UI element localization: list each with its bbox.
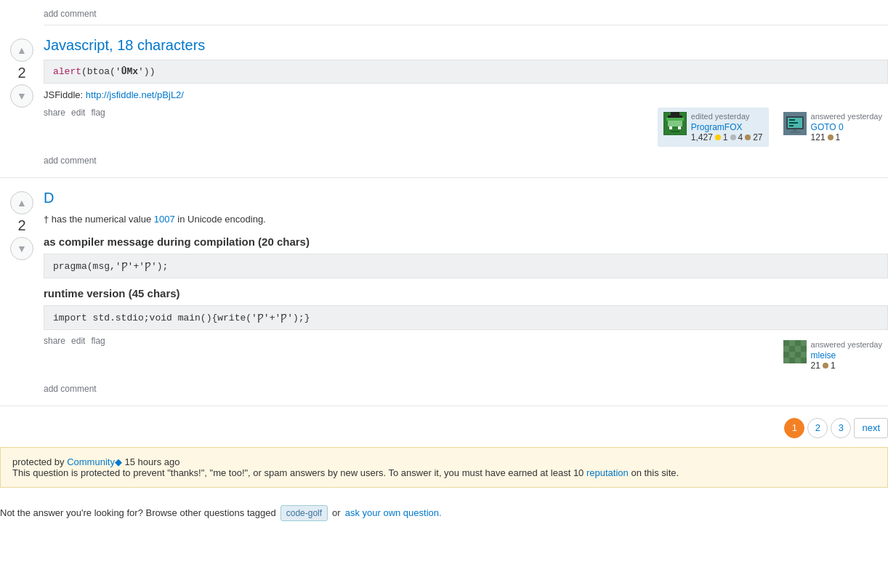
svg-rect-23	[783, 352, 789, 358]
edit-link-2[interactable]: edit	[71, 336, 85, 346]
editor-info-1: edited yesterday ProgramFOX 1,427 1 4 27	[691, 112, 763, 142]
answerer-name-2[interactable]: mleise	[811, 350, 882, 361]
svg-rect-15	[789, 119, 795, 121]
answerer-rep-1: 121 1	[811, 132, 882, 142]
add-comment-link-2[interactable]: add comment	[44, 384, 97, 394]
code-block-2b: import std.stdio;void main(){write('Ƿ'+'…	[44, 305, 888, 330]
svg-rect-26	[801, 358, 807, 363]
svg-rect-20	[795, 340, 801, 346]
editor-action-1: edited yesterday	[691, 112, 763, 121]
protected-time: 15 hours ago	[125, 456, 180, 467]
page-btn-1[interactable]: 1	[784, 418, 804, 438]
bronze-badge-answerer-2	[823, 363, 828, 368]
editor-name-1[interactable]: ProgramFOX	[691, 122, 763, 132]
svg-rect-3	[668, 121, 682, 126]
svg-rect-22	[801, 346, 807, 352]
answerer-avatar-2	[783, 340, 807, 363]
answerer-card-1: answered yesterday GOTO 0 121 1	[778, 108, 888, 147]
bronze-badge-editor	[745, 134, 751, 140]
answerer-rep-2: 21 1	[811, 361, 882, 371]
svg-rect-6	[671, 131, 679, 132]
answer-title-2: D	[44, 190, 888, 206]
vote-count-1: 2	[17, 65, 25, 81]
answer-javascript: ▲ 2 ▼ Javascript, 18 characters alert(bt…	[0, 25, 888, 178]
downvote-button-1[interactable]: ▼	[10, 84, 33, 108]
answer-d: ▲ 2 ▼ D † has the numerical value 1007 i…	[0, 178, 888, 406]
downvote-button-2[interactable]: ▼	[10, 237, 33, 260]
action-row-2: share edit flag	[44, 336, 888, 375]
answerer-card-2: answered yesterday mleise 21 1	[778, 336, 888, 375]
svg-rect-21	[789, 346, 795, 352]
reputation-link[interactable]: reputation	[586, 467, 629, 478]
svg-rect-5	[678, 126, 681, 129]
svg-rect-25	[789, 358, 795, 363]
user-cards-2: answered yesterday mleise 21 1	[778, 336, 888, 375]
edit-link-1[interactable]: edit	[71, 108, 85, 118]
svg-rect-9	[668, 116, 682, 118]
protected-desc-end: on this site.	[631, 467, 679, 478]
silver-badge-editor	[730, 134, 736, 140]
answerer-info-2: answered yesterday mleise 21 1	[811, 340, 882, 371]
share-link-1[interactable]: share	[44, 108, 65, 118]
answer-content-2: D † has the numerical value 1007 in Unic…	[44, 190, 888, 394]
bronze-badge-answerer-1	[828, 134, 833, 140]
editor-rep-1: 1,427 1 4 27	[691, 132, 763, 142]
svg-rect-19	[783, 340, 789, 346]
code-golf-tag[interactable]: code-golf	[280, 505, 328, 521]
page-wrapper: add comment ▲ 2 ▼ Javascript, 18 charact…	[0, 0, 888, 530]
pagination-row: 1 2 3 next	[0, 406, 888, 447]
svg-rect-14	[790, 132, 800, 133]
protected-description: This question is protected to prevent "t…	[12, 467, 584, 478]
add-comment-top-link[interactable]: add comment	[44, 9, 97, 19]
vote-column-1: ▲ 2 ▼	[0, 37, 44, 166]
answerer-avatar-1	[783, 112, 807, 135]
add-comment-link-1[interactable]: add comment	[44, 156, 97, 166]
user-cards-1: edited yesterday ProgramFOX 1,427 1 4 27	[658, 108, 888, 147]
svg-rect-13	[793, 129, 797, 132]
code-block-2a: pragma(msg,'Ƿ'+'Ƿ');	[44, 254, 888, 278]
diamond-icon: ◆	[115, 456, 122, 467]
code-block-1: alert(btoa('ÛMx'))	[44, 60, 888, 84]
answer-title-1: Javascript, 18 characters	[44, 37, 888, 54]
answerer-info-1: answered yesterday GOTO 0 121 1	[811, 112, 882, 142]
jsfiddle-link[interactable]: http://jsfiddle.net/pBjL2/	[86, 89, 184, 100]
upvote-button-2[interactable]: ▲	[10, 191, 33, 214]
protected-notice: protected by Community◆ 15 hours ago Thi…	[0, 447, 888, 488]
jsfiddle-label: JSFiddle:	[44, 89, 86, 100]
action-links-2: share edit flag	[44, 336, 105, 346]
section-title-compiler: as compiler message during compilation (…	[44, 235, 888, 248]
upvote-button-1[interactable]: ▲	[10, 39, 33, 62]
answerer-name-1[interactable]: GOTO 0	[811, 122, 882, 132]
or-text: or	[332, 507, 341, 518]
unicode-value-link[interactable]: 1007	[154, 214, 175, 225]
svg-rect-2	[666, 118, 684, 121]
flag-link-2[interactable]: flag	[91, 336, 105, 346]
add-comment-top: add comment	[44, 0, 888, 25]
section-title-runtime: runtime version (45 chars)	[44, 287, 888, 299]
flag-link-1[interactable]: flag	[91, 108, 105, 118]
svg-rect-17	[789, 125, 794, 126]
ask-question-link[interactable]: ask your own question.	[345, 507, 442, 518]
bottom-tags-row: Not the answer you're looking for? Brows…	[0, 496, 888, 530]
answer-content-1: Javascript, 18 characters alert(btoa('ÛM…	[44, 37, 888, 166]
gold-badge-editor	[715, 134, 721, 140]
action-links-1: share edit flag	[44, 108, 105, 118]
vote-count-2: 2	[17, 217, 25, 234]
svg-rect-16	[789, 122, 798, 124]
page-btn-2[interactable]: 2	[807, 418, 828, 438]
editor-card-1: edited yesterday ProgramFOX 1,427 1 4 27	[658, 108, 769, 147]
vote-column-2: ▲ 2 ▼	[0, 190, 44, 394]
next-page-btn[interactable]: next	[854, 418, 888, 438]
protected-label: protected by	[12, 456, 65, 467]
share-link-2[interactable]: share	[44, 336, 65, 346]
jsfiddle-line: JSFiddle: http://jsfiddle.net/pBjL2/	[44, 89, 888, 100]
action-row-1: share edit flag	[44, 108, 888, 147]
not-answer-text: Not the answer you're looking for? Brows…	[0, 507, 276, 518]
answer-body-text-2: † has the numerical value 1007 in Unicod…	[44, 212, 888, 227]
page-btn-3[interactable]: 3	[831, 418, 851, 438]
community-link[interactable]: Community◆	[67, 456, 122, 467]
editor-avatar-1	[663, 112, 687, 135]
svg-rect-24	[795, 352, 801, 358]
answerer-action-2: answered yesterday	[811, 340, 882, 349]
svg-rect-4	[669, 126, 672, 129]
